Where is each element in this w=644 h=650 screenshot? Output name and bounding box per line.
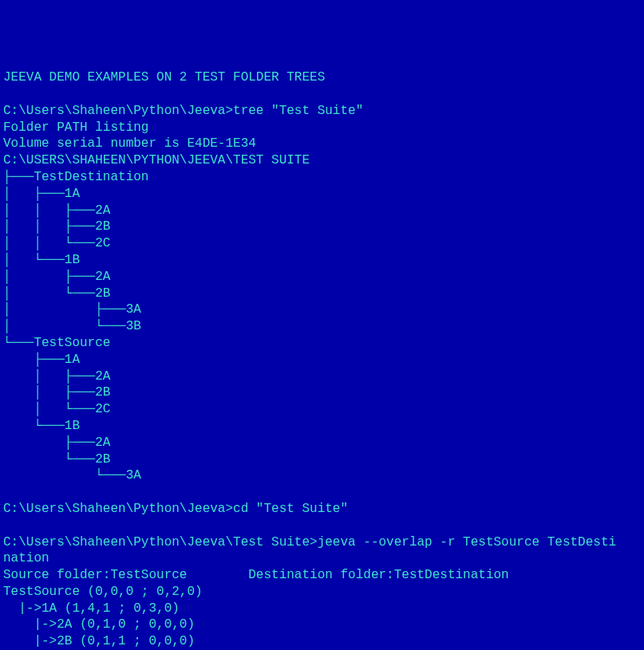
terminal-line: ├───TestDestination [3, 169, 641, 186]
terminal-line [3, 484, 641, 501]
terminal-line: │ └───1B [3, 252, 641, 269]
terminal-line: Source folder:TestSource Destination fol… [3, 567, 641, 584]
terminal-line: └───1B [3, 418, 641, 435]
terminal-line: │ └───2C [3, 401, 641, 418]
terminal-line: └───3A [3, 467, 641, 484]
terminal-line: C:\USERS\SHAHEEN\PYTHON\JEEVA\TEST SUITE [3, 152, 641, 169]
terminal-line: C:\Users\Shaheen\Python\Jeeva\Test Suite… [3, 534, 641, 551]
terminal-line: JEEVA DEMO EXAMPLES ON 2 TEST FOLDER TRE… [3, 69, 641, 86]
terminal-line: │ │ ├───2A [3, 203, 641, 219]
terminal-line [3, 86, 641, 103]
terminal-line: C:\Users\Shaheen\Python\Jeeva>tree "Test… [3, 103, 641, 120]
terminal-line: │ │ ├───2B [3, 219, 641, 235]
terminal-line: ├───1A [3, 352, 641, 368]
terminal-line: Folder PATH listing [3, 120, 641, 136]
terminal-line: │ ├───2A [3, 368, 641, 385]
terminal-output: JEEVA DEMO EXAMPLES ON 2 TEST FOLDER TRE… [3, 69, 641, 650]
terminal-line: │ ├───2A [3, 269, 641, 286]
terminal-line: └───2B [3, 451, 641, 468]
terminal-line: C:\Users\Shaheen\Python\Jeeva>cd "Test S… [3, 501, 641, 518]
terminal-line: │ ├───2B [3, 384, 641, 401]
terminal-line: │ └───2B [3, 286, 641, 302]
terminal-line: └───TestSource [3, 335, 641, 352]
terminal-line: │ │ └───2C [3, 235, 641, 252]
terminal-line: │ └───3B [3, 318, 641, 335]
terminal-line: nation [3, 550, 641, 567]
terminal-line: |->1A (1,4,1 ; 0,3,0) [3, 601, 641, 617]
terminal-line: |->2B (0,1,1 ; 0,0,0) [3, 633, 641, 650]
terminal-line: │ ├───1A [3, 186, 641, 203]
terminal-line: ├───2A [3, 435, 641, 451]
terminal-line [3, 518, 641, 534]
terminal-line: Volume serial number is E4DE-1E34 [3, 136, 641, 152]
terminal-line: │ ├───3A [3, 301, 641, 318]
terminal-line: |->2A (0,1,0 ; 0,0,0) [3, 617, 641, 633]
terminal-line: TestSource (0,0,0 ; 0,2,0) [3, 584, 641, 601]
